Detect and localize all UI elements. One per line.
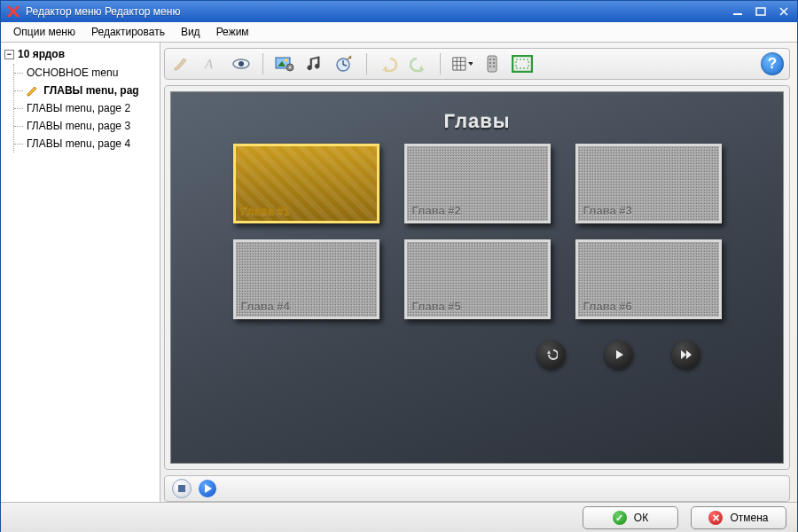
svg-marker-23 <box>547 350 551 354</box>
minimize-button[interactable] <box>728 5 747 18</box>
help-button[interactable]: ? <box>761 52 784 75</box>
chapter-label: Глава #3 <box>583 204 632 217</box>
play-button[interactable] <box>199 480 216 497</box>
chapter-thumbnail[interactable]: Глава #3 <box>575 144 722 223</box>
chapter-label: Глава #2 <box>412 204 461 217</box>
app-window: Редактор меню Редактор меню Опции меню Р… <box>0 0 798 532</box>
svg-point-15 <box>489 59 491 60</box>
chapter-label: Глава #5 <box>412 300 461 313</box>
chapter-thumbnail[interactable]: Глава #2 <box>404 144 551 223</box>
undo-icon <box>378 53 399 74</box>
preview-panel: Главы Глава #1 Глава #2 Глава #3 <box>164 85 790 470</box>
chapter-thumbnail[interactable]: Глава #1 <box>233 144 379 223</box>
svg-point-17 <box>489 62 491 64</box>
svg-marker-24 <box>616 350 623 359</box>
svg-rect-0 <box>733 13 742 15</box>
image-settings-icon[interactable] <box>274 53 295 74</box>
chapter-thumbnail[interactable]: Глава #4 <box>233 239 379 319</box>
svg-rect-1 <box>756 8 765 15</box>
dialog-footer: ✓ ОК ✕ Отмена <box>1 502 797 532</box>
tree-item[interactable]: ГЛАВЫ menu, page 4 <box>14 135 156 153</box>
nav-next-button[interactable] <box>672 340 700 369</box>
window-title: Редактор меню Редактор меню <box>26 5 728 18</box>
chapter-thumbnail[interactable]: Глава #6 <box>575 239 722 319</box>
app-icon <box>6 4 20 19</box>
titlebar: Редактор меню Редактор меню <box>1 1 797 22</box>
grid-icon[interactable] <box>451 53 473 74</box>
page-tree: − 10 ярдов ОСНОВНОЕ menu ГЛАВЫ menu, pag… <box>1 43 160 502</box>
cancel-button[interactable]: ✕ Отмена <box>691 506 786 529</box>
chapter-thumbnail[interactable]: Глава #5 <box>404 239 551 319</box>
svg-marker-13 <box>468 62 473 66</box>
tree-item-label: ГЛАВЫ menu, pag <box>43 84 138 97</box>
cancel-label: Отмена <box>730 512 768 524</box>
check-icon: ✓ <box>613 511 627 525</box>
safe-area-icon[interactable] <box>512 53 533 74</box>
stop-button[interactable] <box>172 479 192 498</box>
menu-edit[interactable]: Редактировать <box>84 24 172 40</box>
tree-item-label: ГЛАВЫ menu, page 4 <box>27 137 130 150</box>
chapter-label: Глава #1 <box>241 204 290 217</box>
brush-icon <box>170 53 192 74</box>
svg-point-18 <box>493 62 495 64</box>
svg-point-9 <box>289 66 292 69</box>
svg-point-19 <box>489 66 491 67</box>
text-style-icon: A <box>200 53 222 74</box>
chapter-label: Глава #6 <box>583 300 632 313</box>
tree-item-label: ОСНОВНОЕ menu <box>27 66 118 79</box>
redo-icon <box>408 53 429 74</box>
tree-root-label: 10 ярдов <box>18 48 65 60</box>
svg-point-20 <box>493 66 495 67</box>
ok-button[interactable]: ✓ ОК <box>583 506 678 529</box>
tree-item-label: ГЛАВЫ menu, page 2 <box>27 102 130 114</box>
timer-icon[interactable] <box>334 53 356 74</box>
svg-point-16 <box>493 59 495 60</box>
dvd-menu-canvas[interactable]: Главы Глава #1 Глава #2 Глава #3 <box>170 91 784 464</box>
tree-item[interactable]: ГЛАВЫ menu, page 2 <box>14 99 156 117</box>
svg-rect-14 <box>488 56 497 72</box>
collapse-icon[interactable]: − <box>4 50 14 59</box>
tree-item[interactable]: ОСНОВНОЕ menu <box>14 64 156 82</box>
eye-icon[interactable] <box>231 53 252 74</box>
menu-options[interactable]: Опции меню <box>6 24 82 40</box>
tree-item[interactable]: ГЛАВЫ menu, pag <box>14 82 156 99</box>
nav-back-button[interactable] <box>537 340 566 369</box>
svg-marker-28 <box>205 484 212 493</box>
svg-rect-21 <box>512 56 532 72</box>
svg-point-4 <box>239 61 244 66</box>
svg-rect-22 <box>516 59 528 68</box>
tree-item[interactable]: ГЛАВЫ menu, page 3 <box>14 117 156 135</box>
svg-marker-25 <box>681 350 686 359</box>
maximize-button[interactable] <box>751 5 771 18</box>
audio-icon[interactable] <box>304 53 325 74</box>
tree-item-label: ГЛАВЫ menu, page 3 <box>27 120 130 132</box>
toolbar: A ? <box>164 48 790 80</box>
svg-text:A: A <box>204 57 214 71</box>
menubar: Опции меню Редактировать Вид Режим <box>1 22 797 43</box>
pencil-icon <box>27 86 37 97</box>
transport-bar <box>164 475 790 502</box>
ok-label: ОК <box>634 512 648 524</box>
svg-rect-27 <box>178 485 185 492</box>
remote-icon[interactable] <box>481 53 503 74</box>
nav-play-button[interactable] <box>605 340 633 369</box>
chapter-label: Глава #4 <box>241 300 290 313</box>
menu-mode[interactable]: Режим <box>209 24 256 40</box>
menu-view[interactable]: Вид <box>174 24 207 40</box>
tree-root[interactable]: − 10 ярдов <box>4 48 156 60</box>
svg-marker-26 <box>686 350 692 359</box>
svg-point-7 <box>285 59 288 62</box>
cancel-icon: ✕ <box>708 511 723 525</box>
close-button[interactable] <box>774 5 794 18</box>
dvd-title[interactable]: Главы <box>444 110 511 133</box>
